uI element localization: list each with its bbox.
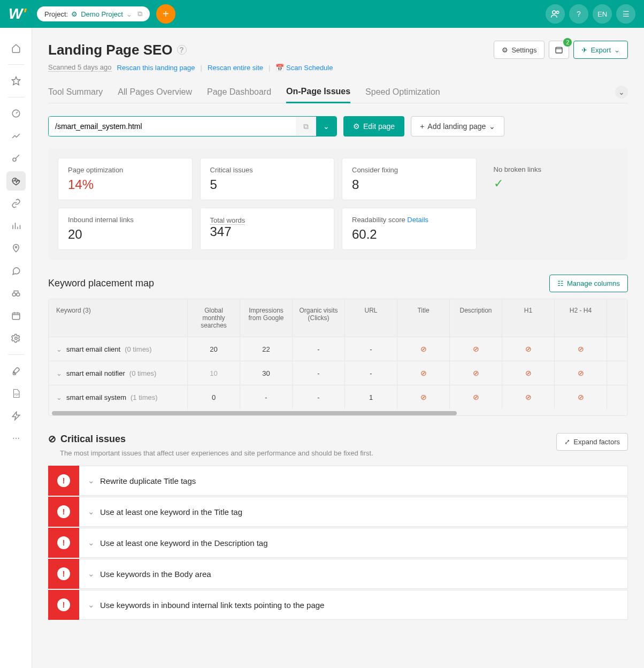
svg-point-5 (15, 246, 17, 248)
manage-columns-button[interactable]: ☷ Manage columns (549, 275, 628, 292)
exclaim-icon: ! (57, 598, 70, 611)
exclaim-icon: ! (57, 536, 70, 549)
tab-on-page-issues[interactable]: On-Page Issues (286, 81, 350, 103)
issue-body[interactable]: ⌄Rewrite duplicate Title tags (79, 466, 628, 496)
top-right: ? EN ☰ (546, 4, 635, 24)
help-hint-icon[interactable]: ? (177, 45, 187, 55)
issue-row: ! ⌄Use at least one keyword in the Title… (48, 497, 628, 527)
issue-body[interactable]: ⌄Use keywords in the Body area (79, 559, 628, 589)
external-link-icon[interactable]: ⧉ (137, 10, 142, 18)
issue-badge: ! (48, 528, 79, 558)
home-icon[interactable] (6, 39, 26, 58)
warn-icon: ⊘ (578, 345, 584, 353)
scan-schedule-link[interactable]: 📅 Scan Schedule (275, 64, 333, 72)
add-button[interactable]: + (156, 4, 175, 24)
calendar-button[interactable]: 2 (549, 41, 569, 59)
lang-toggle[interactable]: EN (593, 4, 612, 24)
warn-icon: ⊘ (420, 345, 427, 353)
subhead: Scanned 5 days ago Rescan this landing p… (48, 63, 628, 72)
critical-title: ⊘ Critical issues (48, 433, 373, 445)
link-icon[interactable] (6, 194, 26, 213)
stat-inbound: Inbound internal links 20 (58, 208, 193, 250)
expand-factors-button[interactable]: ⤢ Expand factors (556, 433, 628, 451)
warn-icon: ⊘ (473, 369, 479, 377)
share-icon: ⚙ (71, 10, 78, 18)
health-icon[interactable] (6, 171, 26, 191)
expand-row-icon[interactable]: ⌄ (56, 369, 62, 377)
add-landing-button[interactable]: + Add landing page ⌄ (411, 116, 504, 136)
gear-icon[interactable] (6, 329, 26, 348)
warn-icon: ⊘ (578, 393, 584, 401)
rescan-site-link[interactable]: Rescan entire site (208, 64, 263, 72)
scrollbar[interactable] (52, 411, 457, 415)
project-selector[interactable]: Project: ⚙ Demo Project ⌄ ⧉ (37, 6, 150, 21)
details-link[interactable]: Details (407, 216, 428, 224)
settings-button[interactable]: ⚙ Settings (494, 41, 545, 59)
binoculars-icon[interactable] (6, 284, 26, 303)
warn-icon: ⊘ (525, 369, 532, 377)
user-icon[interactable] (546, 4, 565, 24)
check-icon: ✓ (494, 177, 609, 191)
stat-words: Total words 347 (200, 208, 335, 250)
svg-point-6 (12, 293, 16, 296)
warn-icon: ⊘ (578, 369, 584, 377)
issue-body[interactable]: ⌄Use at least one keyword in the Descrip… (79, 528, 628, 558)
svg-rect-8 (12, 313, 20, 320)
more-icon[interactable]: ⋯ (6, 429, 26, 448)
topbar: W' Project: ⚙ Demo Project ⌄ ⧉ + ? EN ☰ (0, 0, 644, 28)
exclaim-icon: ! (57, 474, 70, 487)
bolt-icon[interactable] (6, 406, 26, 426)
open-url-icon[interactable]: ⧉ (296, 117, 316, 136)
warn-icon: ⊘ (420, 393, 427, 401)
pin-icon[interactable] (6, 239, 26, 258)
tab-summary[interactable]: Tool Summary (48, 82, 103, 102)
tab-speed[interactable]: Speed Optimization (365, 82, 440, 102)
star-icon[interactable] (6, 71, 26, 90)
table-row: ⌄smart email client (0 times) 20 22 - - … (49, 337, 627, 361)
issue-body[interactable]: ⌄Use at least one keyword in the Title t… (79, 497, 628, 527)
issue-badge: ! (48, 559, 79, 589)
bars-icon[interactable] (6, 216, 26, 236)
tab-more-icon[interactable]: ⌄ (615, 86, 628, 98)
tab-page-dashboard[interactable]: Page Dashboard (207, 82, 271, 102)
chevron-down-icon[interactable]: ⌄ (88, 507, 95, 517)
expand-row-icon[interactable]: ⌄ (56, 345, 62, 353)
issue-badge: ! (48, 590, 79, 620)
url-dropdown-icon[interactable]: ⌄ (316, 117, 336, 136)
content: Landing Page SEO ? ⚙ Settings 2 ✈ Export… (32, 28, 644, 668)
stat-fix: Consider fixing 8 (342, 158, 477, 200)
stat-broken: No broken links ✓ (484, 158, 619, 200)
pdf-icon[interactable]: PDF (6, 384, 26, 403)
help-icon[interactable]: ? (569, 4, 588, 24)
expand-row-icon[interactable]: ⌄ (56, 393, 62, 401)
chat-icon[interactable] (6, 261, 26, 280)
tabs: Tool Summary All Pages Overview Page Das… (48, 81, 628, 103)
chevron-down-icon[interactable]: ⌄ (88, 569, 95, 579)
chart-icon[interactable] (6, 126, 26, 146)
head-actions: ⚙ Settings 2 ✈ Export ⌄ (494, 41, 628, 59)
keyword-section-head: Keyword placement map ☷ Manage columns (48, 275, 628, 292)
url-input[interactable] (49, 117, 296, 136)
calendar-icon[interactable] (6, 306, 26, 325)
export-button[interactable]: ✈ Export ⌄ (573, 41, 628, 59)
chevron-down-icon[interactable]: ⌄ (88, 538, 95, 548)
issue-body[interactable]: ⌄Use keywords in inbound internal link t… (79, 590, 628, 620)
menu-icon[interactable]: ☰ (616, 4, 635, 24)
chevron-down-icon[interactable]: ⌄ (88, 476, 95, 485)
chevron-down-icon[interactable]: ⌄ (88, 600, 95, 610)
edit-page-button[interactable]: ⚙ Edit page (343, 116, 404, 136)
svg-rect-12 (556, 47, 562, 53)
issue-row: ! ⌄Use at least one keyword in the Descr… (48, 528, 628, 558)
issue-row: ! ⌄Use keywords in the Body area (48, 559, 628, 589)
keyword-table: Keyword (3) Global monthly searches Impr… (48, 299, 628, 416)
rocket-icon[interactable] (6, 361, 26, 381)
chevron-down-icon: ⌄ (126, 10, 132, 18)
tab-all-pages[interactable]: All Pages Overview (118, 82, 192, 102)
issue-badge: ! (48, 497, 79, 527)
warn-icon: ⊘ (473, 345, 479, 353)
exclaim-icon: ! (57, 567, 70, 580)
rescan-page-link[interactable]: Rescan this landing page (117, 64, 195, 72)
dashboard-icon[interactable] (6, 104, 26, 123)
key-icon[interactable] (6, 149, 26, 168)
issue-row: ! ⌄Rewrite duplicate Title tags (48, 466, 628, 496)
